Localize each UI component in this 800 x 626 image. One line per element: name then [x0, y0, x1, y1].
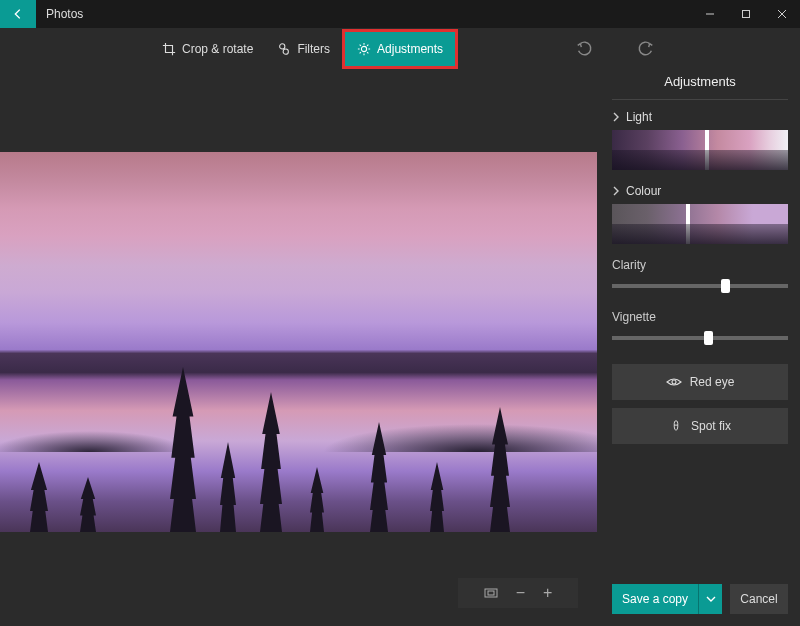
tab-label: Crop & rotate — [182, 42, 253, 56]
svg-rect-1 — [743, 11, 750, 18]
eye-icon — [666, 376, 682, 388]
tab-filters[interactable]: Filters — [265, 32, 342, 66]
light-slider-handle[interactable] — [705, 130, 709, 170]
tutorial-highlight: Adjustments — [342, 29, 458, 69]
close-button[interactable] — [764, 0, 800, 28]
light-preview-strip[interactable] — [612, 130, 788, 170]
window-controls — [692, 0, 800, 28]
spot-fix-icon — [669, 419, 683, 433]
redo-button[interactable] — [630, 33, 662, 65]
chevron-right-icon — [612, 186, 620, 196]
svg-rect-4 — [488, 591, 494, 595]
adjustments-panel: Adjustments Light Colour Clarity Vignett… — [600, 70, 800, 626]
svg-rect-3 — [485, 589, 497, 597]
tab-label: Adjustments — [377, 42, 443, 56]
adjustments-icon — [357, 42, 371, 56]
undo-icon — [575, 40, 593, 58]
clarity-slider-thumb[interactable] — [721, 279, 730, 293]
chevron-down-icon — [706, 595, 716, 603]
clarity-slider[interactable] — [612, 284, 788, 288]
undo-button[interactable] — [568, 33, 600, 65]
panel-title: Adjustments — [612, 70, 788, 100]
button-label: Save a copy — [622, 592, 688, 606]
fit-icon[interactable] — [484, 588, 498, 598]
vignette-slider[interactable] — [612, 336, 788, 340]
svg-point-5 — [672, 380, 676, 384]
redo-icon — [637, 40, 655, 58]
zoom-controls: − + — [458, 578, 578, 608]
zoom-out-button[interactable]: − — [516, 584, 525, 602]
photo-preview[interactable] — [0, 152, 597, 532]
vignette-slider-thumb[interactable] — [704, 331, 713, 345]
save-copy-button[interactable]: Save a copy — [612, 584, 698, 614]
save-copy-dropdown[interactable] — [698, 584, 722, 614]
zoom-in-button[interactable]: + — [543, 584, 552, 602]
svg-point-2 — [361, 46, 366, 51]
arrow-left-icon — [11, 7, 25, 21]
filters-icon — [277, 42, 291, 56]
canvas-area: − + — [0, 70, 600, 626]
section-label: Light — [626, 110, 652, 124]
button-label: Spot fix — [691, 419, 731, 433]
red-eye-button[interactable]: Red eye — [612, 364, 788, 400]
cancel-button[interactable]: Cancel — [730, 584, 788, 614]
titlebar: Photos — [0, 0, 800, 28]
back-button[interactable] — [0, 0, 36, 28]
vignette-label: Vignette — [612, 310, 788, 324]
colour-preview-strip[interactable] — [612, 204, 788, 244]
clarity-label: Clarity — [612, 258, 788, 272]
tab-crop-rotate[interactable]: Crop & rotate — [150, 32, 265, 66]
crop-icon — [162, 42, 176, 56]
app-title: Photos — [46, 7, 83, 21]
edit-toolbar: Crop & rotate Filters Adjustments — [0, 28, 800, 70]
maximize-button[interactable] — [728, 0, 764, 28]
section-label: Colour — [626, 184, 661, 198]
chevron-right-icon — [612, 112, 620, 122]
light-section-header[interactable]: Light — [612, 110, 788, 124]
spot-fix-button[interactable]: Spot fix — [612, 408, 788, 444]
colour-section-header[interactable]: Colour — [612, 184, 788, 198]
colour-slider-handle[interactable] — [686, 204, 690, 244]
minimize-button[interactable] — [692, 0, 728, 28]
button-label: Cancel — [740, 592, 777, 606]
tab-label: Filters — [297, 42, 330, 56]
tab-adjustments[interactable]: Adjustments — [345, 32, 455, 66]
panel-footer: Save a copy Cancel — [612, 574, 788, 626]
button-label: Red eye — [690, 375, 735, 389]
